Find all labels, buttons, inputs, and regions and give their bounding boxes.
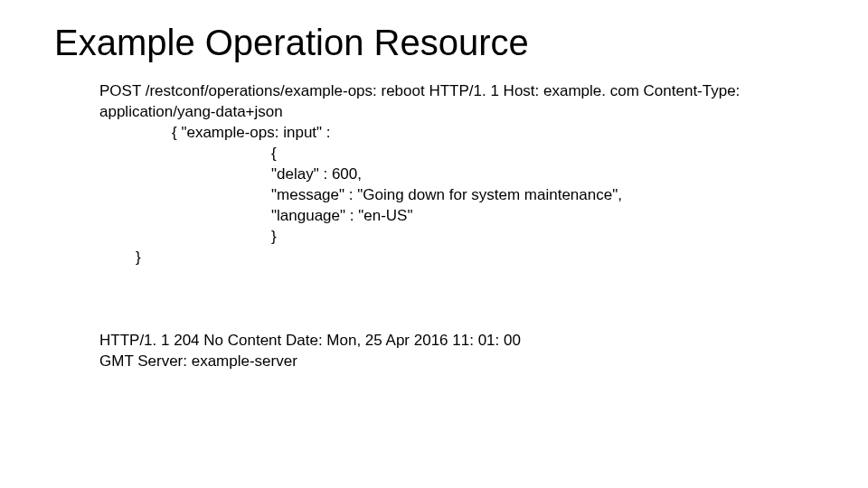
json-language: "language" : "en-US": [99, 206, 814, 227]
request-block: POST /restconf/operations/example-ops: r…: [99, 81, 814, 267]
response-line-1: HTTP/1. 1 204 No Content Date: Mon, 25 A…: [99, 331, 814, 352]
inner-brace-open: {: [99, 144, 814, 164]
inner-brace-close: }: [99, 227, 814, 248]
json-message: "message" : "Going down for system maint…: [99, 185, 814, 206]
response-block: HTTP/1. 1 204 No Content Date: Mon, 25 A…: [99, 331, 814, 372]
response-line-2: GMT Server: example-server: [99, 352, 814, 372]
json-open: { "example-ops: input" :: [99, 123, 814, 144]
json-close: }: [99, 248, 814, 268]
request-line-2: application/yang-data+json: [99, 102, 814, 123]
page-title: Example Operation Resource: [54, 23, 814, 63]
content-area: POST /restconf/operations/example-ops: r…: [99, 81, 814, 372]
slide-content: Example Operation Resource POST /restcon…: [0, 0, 868, 372]
request-line-1: POST /restconf/operations/example-ops: r…: [99, 81, 814, 102]
json-delay: "delay" : 600,: [99, 164, 814, 185]
